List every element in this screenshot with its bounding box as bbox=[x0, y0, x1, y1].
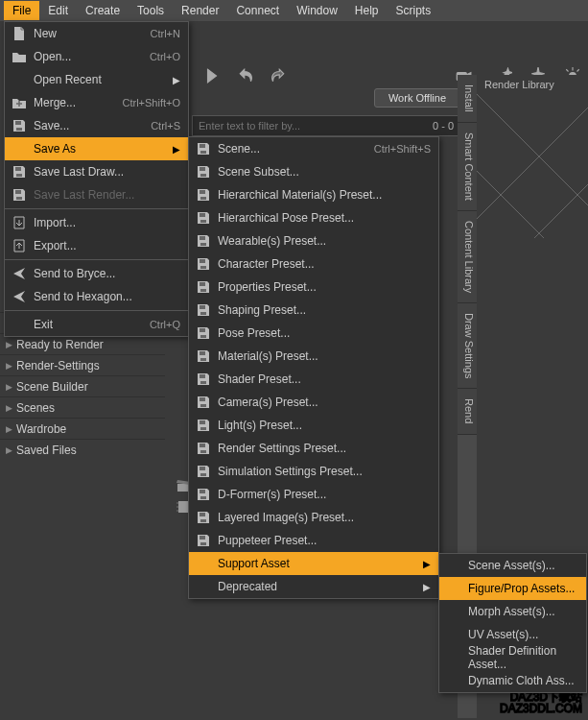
file-send-to-bryce[interactable]: Send to Bryce... bbox=[5, 262, 188, 285]
saveas-deprecated[interactable]: Deprecated▶ bbox=[189, 575, 438, 598]
save-icon bbox=[195, 394, 212, 411]
saveas-light-s-preset[interactable]: Light(s) Preset... bbox=[189, 414, 438, 437]
svg-rect-32 bbox=[200, 151, 206, 154]
saveas-camera-s-preset[interactable]: Camera(s) Preset... bbox=[189, 391, 438, 414]
work-offline-button[interactable]: Work Offline bbox=[374, 88, 460, 108]
menu-render[interactable]: Render bbox=[173, 1, 227, 20]
menu-tools[interactable]: Tools bbox=[129, 1, 173, 20]
saveas-scene-subset[interactable]: Scene Subset... bbox=[189, 160, 438, 183]
saveas-simulation-settings-preset[interactable]: Simulation Settings Preset... bbox=[189, 460, 438, 483]
saveas-properties-preset[interactable]: Properties Preset... bbox=[189, 276, 438, 299]
tab-draw-settings[interactable]: Draw Settings bbox=[458, 303, 477, 389]
support-shader-definition-asset[interactable]: Shader Definition Asset... bbox=[439, 646, 586, 669]
filter-count: 0 - 0 bbox=[427, 120, 459, 132]
svg-rect-27 bbox=[15, 167, 21, 171]
support-morph-asset-s[interactable]: Morph Asset(s)... bbox=[439, 600, 586, 623]
submenu-arrow-icon: ▶ bbox=[423, 582, 431, 592]
svg-rect-33 bbox=[200, 167, 205, 171]
undo-icon[interactable] bbox=[232, 61, 261, 90]
saveas-shader-preset[interactable]: Shader Preset... bbox=[189, 368, 438, 391]
support-uv-asset-s[interactable]: UV Asset(s)... bbox=[439, 623, 586, 646]
submenu-arrow-icon: ▶ bbox=[173, 75, 180, 85]
menu-scripts[interactable]: Scripts bbox=[388, 1, 440, 20]
nav-forward-icon[interactable] bbox=[198, 61, 226, 90]
tree-wardrobe[interactable]: ▶Wardrobe bbox=[0, 418, 165, 439]
redo-icon[interactable] bbox=[263, 61, 292, 90]
blank-icon bbox=[445, 649, 462, 666]
menu-window[interactable]: Window bbox=[288, 1, 346, 20]
menu-item-label: Camera(s) Preset... bbox=[218, 396, 431, 409]
file-export[interactable]: Export... bbox=[5, 234, 188, 257]
tab-render[interactable]: Rend bbox=[458, 389, 477, 434]
send-icon bbox=[11, 288, 28, 305]
menu-item-label: Send to Bryce... bbox=[34, 267, 180, 280]
menu-item-label: Figure/Prop Assets... bbox=[468, 582, 578, 595]
shortcut-label: Ctrl+S bbox=[151, 120, 180, 132]
saveas-hierarchical-material-s-preset[interactable]: Hierarchical Material(s) Preset... bbox=[189, 183, 438, 206]
menu-connect[interactable]: Connect bbox=[227, 1, 288, 20]
tab-smart-content[interactable]: Smart Content bbox=[458, 123, 477, 211]
svg-line-8 bbox=[577, 69, 579, 71]
save-icon bbox=[195, 486, 212, 503]
saveas-shaping-preset[interactable]: Shaping Preset... bbox=[189, 299, 438, 322]
save-icon bbox=[195, 301, 212, 319]
saveas-support-asset[interactable]: Support Asset▶ bbox=[189, 552, 438, 575]
tab-install[interactable]: Install bbox=[458, 75, 477, 123]
menu-item-label: Save Last Render... bbox=[34, 188, 180, 202]
file-new[interactable]: NewCtrl+N bbox=[5, 22, 188, 45]
export-icon bbox=[11, 237, 28, 254]
file-import[interactable]: Import... bbox=[5, 211, 188, 234]
svg-rect-45 bbox=[200, 305, 205, 309]
menu-item-label: Pose Preset... bbox=[218, 326, 431, 340]
file-send-to-hexagon[interactable]: Send to Hexagon... bbox=[5, 285, 188, 308]
tree-scene-builder[interactable]: ▶Scene Builder bbox=[0, 375, 165, 396]
tree-saved-files[interactable]: ▶Saved Files bbox=[0, 439, 165, 460]
menu-item-label: Open... bbox=[34, 50, 127, 63]
svg-line-10 bbox=[477, 94, 588, 219]
saveas-pose-preset[interactable]: Pose Preset... bbox=[189, 322, 438, 345]
svg-rect-36 bbox=[200, 197, 206, 200]
menu-edit[interactable]: Edit bbox=[39, 1, 77, 20]
saveas-material-s-preset[interactable]: Material(s) Preset... bbox=[189, 345, 438, 368]
svg-line-11 bbox=[477, 171, 588, 238]
file-save-last-render[interactable]: Save Last Render... bbox=[5, 183, 188, 206]
submenu-arrow-icon: ▶ bbox=[173, 144, 180, 155]
tab-content-library[interactable]: Content Library bbox=[458, 211, 477, 303]
svg-rect-55 bbox=[200, 420, 205, 424]
svg-line-6 bbox=[566, 69, 568, 71]
save-icon bbox=[195, 140, 212, 157]
file-open[interactable]: Open...Ctrl+O bbox=[5, 45, 188, 68]
render-library-title: Render Library bbox=[477, 75, 588, 94]
save-icon bbox=[195, 417, 212, 434]
tree-scenes[interactable]: ▶Scenes bbox=[0, 396, 165, 418]
svg-line-14 bbox=[477, 171, 588, 238]
menu-file[interactable]: File bbox=[4, 1, 39, 20]
saveas-wearable-s-preset[interactable]: Wearable(s) Preset... bbox=[189, 229, 438, 252]
save-icon bbox=[195, 463, 212, 480]
saveas-hierarchical-pose-preset[interactable]: Hierarchical Pose Preset... bbox=[189, 206, 438, 229]
saveas-d-former-s-preset[interactable]: D-Former(s) Preset... bbox=[189, 483, 438, 506]
saveas-scene[interactable]: Scene...Ctrl+Shift+S bbox=[189, 137, 438, 160]
file-save-last-draw[interactable]: Save Last Draw... bbox=[5, 160, 188, 183]
support-figure-prop-assets[interactable]: Figure/Prop Assets... bbox=[439, 577, 586, 600]
saveas-render-settings-preset[interactable]: Render Settings Preset... bbox=[189, 437, 438, 460]
svg-rect-26 bbox=[16, 128, 22, 131]
svg-rect-41 bbox=[200, 259, 205, 263]
tree-render-settings[interactable]: ▶Render-Settings bbox=[0, 354, 165, 375]
menu-help[interactable]: Help bbox=[346, 1, 388, 20]
support-dynamic-cloth-ass[interactable]: Dynamic Cloth Ass... bbox=[439, 669, 586, 692]
file-save-as[interactable]: Save As▶ bbox=[5, 137, 188, 160]
menu-create[interactable]: Create bbox=[77, 1, 129, 20]
saveas-puppeteer-preset[interactable]: Puppeteer Preset... bbox=[189, 529, 438, 552]
menu-item-label: Merge... bbox=[34, 96, 99, 109]
file-open-recent[interactable]: Open Recent▶ bbox=[5, 68, 188, 91]
file-merge[interactable]: Merge...Ctrl+Shift+O bbox=[5, 91, 188, 114]
saveas-character-preset[interactable]: Character Preset... bbox=[189, 252, 438, 276]
filter-input[interactable] bbox=[193, 120, 427, 132]
svg-rect-37 bbox=[200, 213, 205, 217]
support-scene-asset-s[interactable]: Scene Asset(s)... bbox=[439, 554, 586, 577]
file-save[interactable]: Save...Ctrl+S bbox=[5, 114, 188, 137]
file-exit[interactable]: ExitCtrl+Q bbox=[5, 313, 188, 336]
menu-item-label: Layered Image(s) Preset... bbox=[218, 511, 431, 524]
saveas-layered-image-s-preset[interactable]: Layered Image(s) Preset... bbox=[189, 506, 438, 529]
